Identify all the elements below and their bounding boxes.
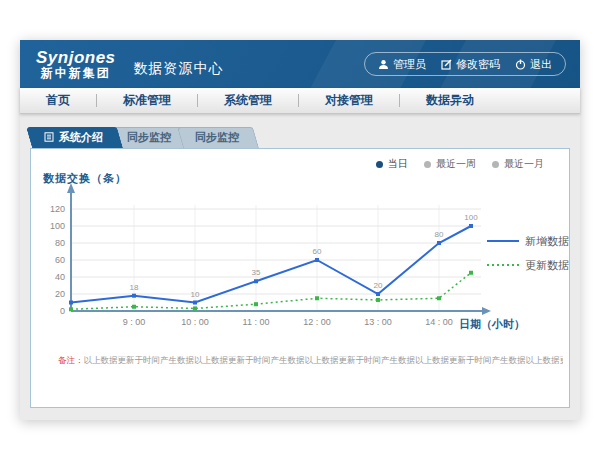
radio-label: 当日 xyxy=(388,157,408,171)
radio-dot xyxy=(376,161,383,168)
admin-user-button[interactable]: 管理员 xyxy=(378,57,426,72)
nav-item-standard-mgmt[interactable]: 标准管理 xyxy=(97,92,197,109)
svg-text:10 : 00: 10 : 00 xyxy=(181,317,209,327)
svg-text:更新数据: 更新数据 xyxy=(525,259,569,271)
radio-label: 最近一周 xyxy=(436,157,476,171)
radio-last-week[interactable]: 最近一周 xyxy=(424,157,476,171)
page-title: 数据资源中心 xyxy=(134,60,224,78)
radio-dot xyxy=(424,161,431,168)
main-nav: 首页 标准管理 系统管理 对接管理 数据异动 xyxy=(20,88,580,114)
company-logo: Synjones 新中新集团 xyxy=(36,49,116,79)
logout-button[interactable]: 退出 xyxy=(515,57,552,72)
svg-text:20: 20 xyxy=(374,281,383,290)
svg-text:100: 100 xyxy=(464,213,478,222)
change-password-button[interactable]: 修改密码 xyxy=(441,57,500,72)
svg-text:日期（小时）: 日期（小时） xyxy=(459,318,525,331)
nav-item-system-mgmt[interactable]: 系统管理 xyxy=(198,92,298,109)
logout-label: 退出 xyxy=(530,57,552,72)
radio-last-month[interactable]: 最近一月 xyxy=(492,157,544,171)
logo-cn: 新中新集团 xyxy=(36,67,116,80)
nav-item-connect-mgmt[interactable]: 对接管理 xyxy=(299,92,399,109)
logo-en: Synjones xyxy=(36,49,116,67)
content-area: 系统介绍 同步监控 同步监控 当日 最近一周 xyxy=(20,114,580,420)
svg-text:80: 80 xyxy=(435,230,444,239)
user-menu: 管理员 修改密码 退出 xyxy=(364,52,566,76)
svg-text:40: 40 xyxy=(55,272,65,282)
tab-system-intro[interactable]: 系统介绍 xyxy=(32,127,123,148)
svg-text:新增数据: 新增数据 xyxy=(525,235,569,247)
svg-text:80: 80 xyxy=(55,238,65,248)
footnote: 备注：以上数据更新于时间产生数据以上数据更新于时间产生数据以上数据更新于时间产生… xyxy=(58,355,563,367)
svg-text:12 : 00: 12 : 00 xyxy=(303,317,331,327)
svg-text:35: 35 xyxy=(252,268,261,277)
app-header: Synjones 新中新集团 数据资源中心 管理员 修改密码 退出 xyxy=(20,40,580,88)
admin-user-label: 管理员 xyxy=(393,57,426,72)
tab-label: 同步监控 xyxy=(195,130,239,145)
line-chart: 0204060801001209 : 0010 : 0011 : 0012 : … xyxy=(31,179,569,343)
svg-text:60: 60 xyxy=(55,255,65,265)
footnote-prefix: 备注： xyxy=(58,355,84,365)
svg-text:10: 10 xyxy=(191,290,200,299)
footnote-text: 以上数据更新于时间产生数据以上数据更新于时间产生数据以上数据更新于时间产生数据以… xyxy=(84,355,564,365)
power-icon xyxy=(515,59,526,70)
chart-panel: 当日 最近一周 最近一月 数据交换（条） 0204060801001209 : … xyxy=(30,148,570,408)
svg-text:14 : 00: 14 : 00 xyxy=(425,317,453,327)
tab-sync-monitor-1[interactable]: 同步监控 xyxy=(115,127,191,148)
radio-label: 最近一月 xyxy=(504,157,544,171)
tab-sync-monitor-2[interactable]: 同步监控 xyxy=(183,127,259,148)
svg-text:120: 120 xyxy=(50,204,65,214)
user-icon xyxy=(378,59,389,70)
svg-text:9 : 00: 9 : 00 xyxy=(123,317,146,327)
time-range-filter: 当日 最近一周 最近一月 xyxy=(376,157,544,171)
nav-item-home[interactable]: 首页 xyxy=(20,92,96,109)
svg-text:13 : 00: 13 : 00 xyxy=(364,317,392,327)
radio-today[interactable]: 当日 xyxy=(376,157,408,171)
edit-icon xyxy=(441,59,452,70)
tab-label: 系统介绍 xyxy=(59,130,103,145)
svg-text:18: 18 xyxy=(130,283,139,292)
svg-text:20: 20 xyxy=(55,289,65,299)
svg-text:60: 60 xyxy=(313,247,322,256)
document-icon xyxy=(44,132,54,144)
tab-bar: 系统介绍 同步监控 同步监控 xyxy=(32,127,570,148)
tab-label: 同步监控 xyxy=(127,130,171,145)
app-window: Synjones 新中新集团 数据资源中心 管理员 修改密码 退出 xyxy=(20,40,580,420)
nav-item-data-change[interactable]: 数据异动 xyxy=(400,92,500,109)
change-password-label: 修改密码 xyxy=(456,57,500,72)
svg-text:0: 0 xyxy=(60,306,65,316)
svg-text:100: 100 xyxy=(50,221,65,231)
svg-text:11 : 00: 11 : 00 xyxy=(243,317,270,327)
radio-dot xyxy=(492,161,499,168)
